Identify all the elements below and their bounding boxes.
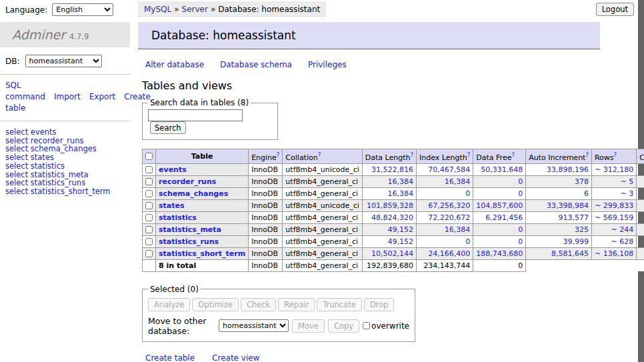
column-hint-link[interactable]: ? <box>277 151 280 158</box>
sidebar-select-link[interactable]: select statistics <box>5 162 125 171</box>
row-checkbox[interactable] <box>145 166 153 173</box>
privileges-link[interactable]: Privileges <box>308 60 347 69</box>
value-link[interactable]: ~ 312,180 <box>595 165 633 174</box>
create-table-link[interactable]: Create table <box>145 353 195 362</box>
check-button[interactable]: Check <box>241 298 276 311</box>
analyze-button[interactable]: Analyze <box>148 298 190 311</box>
value-link[interactable]: 48,824,320 <box>371 213 413 222</box>
table-name-link[interactable]: events <box>159 165 187 174</box>
row-checkbox[interactable] <box>145 202 153 209</box>
optimize-button[interactable]: Optimize <box>192 298 239 311</box>
breadcrumb-link-mysql[interactable]: MySQL <box>144 5 171 14</box>
app-name: Adminer <box>12 27 65 42</box>
table-name-cell: recorder_runs <box>156 175 249 187</box>
language-select[interactable]: English <box>52 3 113 16</box>
value-link[interactable]: 101,859,328 <box>367 201 413 210</box>
value-link[interactable]: 0 <box>518 237 523 246</box>
column-hint-link[interactable]: ? <box>467 151 471 158</box>
alter-database-link[interactable]: Alter database <box>145 60 204 69</box>
move-db-select[interactable]: homeassistant <box>219 319 289 332</box>
column-hint-link[interactable]: ? <box>411 151 414 158</box>
value-link[interactable]: ~ 136,108 <box>595 249 633 258</box>
value-link[interactable]: 0 <box>518 225 523 234</box>
repair-button[interactable]: Repair <box>278 298 315 311</box>
value-link[interactable]: 8,581,645 <box>551 249 589 258</box>
database-schema-link[interactable]: Database schema <box>220 60 292 69</box>
value-link[interactable]: 39,999 <box>563 237 589 246</box>
value-link[interactable]: 67,256,320 <box>428 201 470 210</box>
table-name-link[interactable]: statistics_meta <box>159 225 221 234</box>
sidebar-select-link[interactable]: select states <box>5 153 125 162</box>
sidebar-select-link[interactable]: select statistics_short_term <box>5 187 125 196</box>
column-header: Rows? <box>591 149 636 164</box>
value-link[interactable]: 24,166,400 <box>428 249 470 258</box>
value-link[interactable]: 16,384 <box>388 177 414 186</box>
value-link[interactable]: 188,743,680 <box>476 249 523 258</box>
table-name-link[interactable]: recorder_runs <box>159 177 216 186</box>
row-checkbox[interactable] <box>145 178 153 185</box>
value-cell: 33,398,984 <box>526 199 592 211</box>
value-link[interactable]: 33,398,984 <box>547 201 589 210</box>
value-link[interactable]: 49,152 <box>388 225 414 234</box>
value-link[interactable]: ~ 569,159 <box>595 213 633 222</box>
truncate-button[interactable]: Truncate <box>317 298 362 311</box>
sidebar-link-sql-command[interactable]: SQL command <box>5 81 45 101</box>
value-link[interactable]: 16,384 <box>445 177 471 186</box>
value-link[interactable]: 31,522,816 <box>371 165 413 174</box>
value-link[interactable]: 6 <box>584 189 589 198</box>
move-button[interactable]: Move <box>292 319 325 333</box>
value-link[interactable]: 72,220,672 <box>428 213 470 222</box>
value-link[interactable]: ~ 5 <box>620 177 633 186</box>
row-checkbox[interactable] <box>145 226 153 233</box>
row-checkbox[interactable] <box>145 250 153 257</box>
value-link[interactable]: 49,152 <box>388 237 414 246</box>
column-header-label: Data Free <box>476 153 511 162</box>
value-link[interactable]: 0 <box>465 189 470 198</box>
search-button[interactable]: Search <box>150 121 186 134</box>
table-name-link[interactable]: states <box>159 201 185 210</box>
db-select[interactable]: homeassistant <box>25 55 102 67</box>
value-link[interactable]: 33,898,196 <box>547 165 589 174</box>
column-hint-link[interactable]: ? <box>318 151 321 158</box>
table-name-link[interactable]: statistics <box>159 213 197 222</box>
value-link[interactable]: ~ 244 <box>611 225 633 234</box>
value-link[interactable]: ~ 299,833 <box>595 201 633 210</box>
create-view-link[interactable]: Create view <box>212 353 259 362</box>
value-link[interactable]: 16,384 <box>388 189 414 198</box>
sidebar-link-export[interactable]: Export <box>89 92 115 101</box>
search-input[interactable] <box>148 109 243 121</box>
value-link[interactable]: 50,331,648 <box>481 165 523 174</box>
table-name-link[interactable]: statistics_short_term <box>159 249 245 258</box>
copy-button[interactable]: Copy <box>328 319 359 333</box>
value-link[interactable]: 0 <box>518 189 523 198</box>
column-header-label: Index Length <box>419 153 467 162</box>
value-link[interactable]: ~ 3 <box>620 189 633 198</box>
comment-cell <box>637 235 644 247</box>
value-link[interactable]: 104,857,600 <box>476 201 523 210</box>
app-version[interactable]: 4.7.9 <box>69 32 89 41</box>
drop-button[interactable]: Drop <box>364 298 395 311</box>
value-link[interactable]: 378 <box>575 177 589 186</box>
sidebar-select-link[interactable]: select events <box>5 128 125 137</box>
breadcrumb-link-server[interactable]: Server <box>182 5 208 14</box>
value-link[interactable]: 0 <box>518 177 523 186</box>
table-name-link[interactable]: statistics_runs <box>159 237 219 246</box>
value-link[interactable]: 0 <box>465 237 470 246</box>
row-checkbox[interactable] <box>145 190 153 197</box>
column-hint-link[interactable]: ? <box>511 151 515 158</box>
value-link[interactable]: 913,577 <box>558 213 589 222</box>
value-link[interactable]: 6,291,456 <box>485 213 523 222</box>
table-name-link[interactable]: schema_changes <box>159 189 228 198</box>
row-checkbox[interactable] <box>145 214 153 221</box>
column-hint-link[interactable]: ? <box>614 151 617 158</box>
sidebar-link-import[interactable]: Import <box>54 92 81 101</box>
value-link[interactable]: 70,467,584 <box>428 165 470 174</box>
value-link[interactable]: 10,502,144 <box>371 249 413 258</box>
column-hint-link[interactable]: ? <box>585 151 589 158</box>
value-link[interactable]: 16,384 <box>445 225 471 234</box>
row-checkbox[interactable] <box>145 238 153 245</box>
value-link[interactable]: ~ 628 <box>611 237 633 246</box>
select-all-checkbox[interactable] <box>145 153 153 160</box>
value-link[interactable]: 325 <box>575 225 589 234</box>
overwrite-checkbox[interactable] <box>363 322 370 329</box>
